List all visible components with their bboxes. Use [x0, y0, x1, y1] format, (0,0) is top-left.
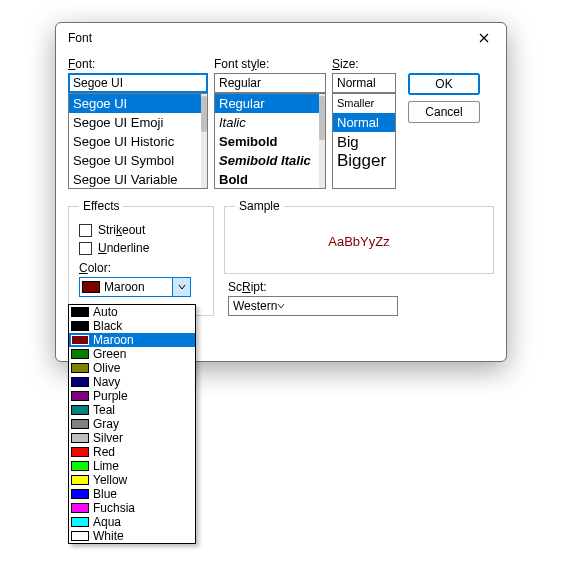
color-option[interactable]: Auto	[69, 305, 195, 319]
size-list-item[interactable]: Normal	[333, 113, 395, 132]
color-option[interactable]: Maroon	[69, 333, 195, 347]
scrollbar[interactable]	[201, 94, 207, 188]
strikeout-checkbox[interactable]	[79, 224, 92, 237]
close-button[interactable]	[470, 26, 498, 50]
color-option[interactable]: Blue	[69, 487, 195, 501]
color-swatch	[71, 335, 89, 345]
color-swatch	[71, 419, 89, 429]
chevron-down-icon	[178, 283, 186, 291]
color-option[interactable]: Green	[69, 347, 195, 361]
font-list-item[interactable]: Segoe UI Variable	[69, 170, 207, 189]
font-style-list-item[interactable]: Bold	[215, 170, 325, 189]
font-input[interactable]	[68, 73, 208, 93]
color-name: Fuchsia	[93, 502, 135, 514]
font-list-item[interactable]: Segoe UI Symbol	[69, 151, 207, 170]
underline-checkbox[interactable]	[79, 242, 92, 255]
font-list-item[interactable]: Segoe UI Historic	[69, 132, 207, 151]
color-option[interactable]: Olive	[69, 361, 195, 375]
color-option[interactable]: White	[69, 529, 195, 543]
effects-group: Effects Strikeout Underline Color: Maroo…	[68, 199, 214, 316]
font-style-label: Font style:	[214, 57, 326, 71]
color-swatch	[71, 517, 89, 527]
color-value: Maroon	[104, 280, 145, 294]
color-swatch	[71, 489, 89, 499]
dropdown-arrow[interactable]	[277, 299, 285, 313]
scrollbar[interactable]	[319, 94, 325, 188]
color-swatch	[82, 281, 100, 293]
font-style-input[interactable]	[214, 73, 326, 93]
script-label: ScRipt:	[228, 280, 494, 294]
cancel-button[interactable]: Cancel	[408, 101, 480, 123]
color-name: Lime	[93, 460, 119, 472]
color-name: Gray	[93, 418, 119, 430]
size-input[interactable]	[332, 73, 396, 93]
color-option[interactable]: Black	[69, 319, 195, 333]
color-option[interactable]: Silver	[69, 431, 195, 445]
color-swatch	[71, 363, 89, 373]
color-option[interactable]: Teal	[69, 403, 195, 417]
color-name: Red	[93, 446, 115, 458]
color-swatch	[71, 447, 89, 457]
font-style-list-item[interactable]: Italic	[215, 113, 325, 132]
color-option[interactable]: Purple	[69, 389, 195, 403]
color-swatch	[71, 349, 89, 359]
size-label: Size:	[332, 57, 396, 71]
color-option[interactable]: Fuchsia	[69, 501, 195, 515]
close-icon	[479, 33, 489, 43]
font-style-list-item[interactable]: Regular	[215, 94, 325, 113]
chevron-down-icon	[277, 302, 285, 310]
ok-button[interactable]: OK	[408, 73, 480, 95]
color-swatch	[71, 531, 89, 541]
color-option[interactable]: Aqua	[69, 515, 195, 529]
size-list-item[interactable]: Smaller	[333, 94, 395, 113]
strikeout-label: Strikeout	[98, 223, 145, 237]
dropdown-arrow[interactable]	[172, 278, 190, 296]
color-option[interactable]: Lime	[69, 459, 195, 473]
color-dropdown-list[interactable]: AutoBlackMaroonGreenOliveNavyPurpleTealG…	[68, 304, 196, 544]
color-swatch	[71, 391, 89, 401]
color-name: Black	[93, 320, 122, 332]
color-swatch	[71, 503, 89, 513]
color-name: Auto	[93, 306, 118, 318]
color-option[interactable]: Navy	[69, 375, 195, 389]
font-list-item[interactable]: Segoe UI	[69, 94, 207, 113]
color-combobox[interactable]: Maroon	[79, 277, 191, 297]
sample-group: Sample AaBbYyZz	[224, 199, 494, 274]
sample-text: AaBbYyZz	[328, 234, 389, 249]
color-name: Teal	[93, 404, 115, 416]
size-list-item[interactable]: Bigger	[333, 151, 395, 170]
color-swatch	[71, 377, 89, 387]
effects-legend: Effects	[79, 199, 123, 213]
color-option[interactable]: Red	[69, 445, 195, 459]
color-name: Olive	[93, 362, 120, 374]
title-bar: Font	[56, 23, 506, 53]
color-swatch	[71, 475, 89, 485]
color-name: White	[93, 530, 124, 542]
sample-legend: Sample	[235, 199, 284, 213]
script-combobox[interactable]: Western	[228, 296, 398, 316]
font-label: Font:	[68, 57, 208, 71]
color-label: Color:	[79, 261, 203, 275]
color-swatch	[71, 307, 89, 317]
color-name: Green	[93, 348, 126, 360]
font-style-list-item[interactable]: Semibold Italic	[215, 151, 325, 170]
color-swatch	[71, 405, 89, 415]
color-name: Navy	[93, 376, 120, 388]
size-listbox[interactable]: SmallerNormalBigBigger	[332, 93, 396, 189]
font-style-list-item[interactable]: Semibold	[215, 132, 325, 151]
script-value: Western	[233, 299, 277, 313]
font-style-listbox[interactable]: RegularItalicSemiboldSemibold ItalicBold	[214, 93, 326, 189]
color-name: Blue	[93, 488, 117, 500]
underline-label: Underline	[98, 241, 149, 255]
font-listbox[interactable]: Segoe UISegoe UI EmojiSegoe UI HistoricS…	[68, 93, 208, 189]
color-name: Maroon	[93, 334, 134, 346]
color-name: Aqua	[93, 516, 121, 528]
color-swatch	[71, 321, 89, 331]
color-swatch	[71, 461, 89, 471]
color-option[interactable]: Gray	[69, 417, 195, 431]
color-name: Silver	[93, 432, 123, 444]
size-list-item[interactable]: Big	[333, 132, 395, 151]
font-list-item[interactable]: Segoe UI Emoji	[69, 113, 207, 132]
color-swatch	[71, 433, 89, 443]
color-option[interactable]: Yellow	[69, 473, 195, 487]
